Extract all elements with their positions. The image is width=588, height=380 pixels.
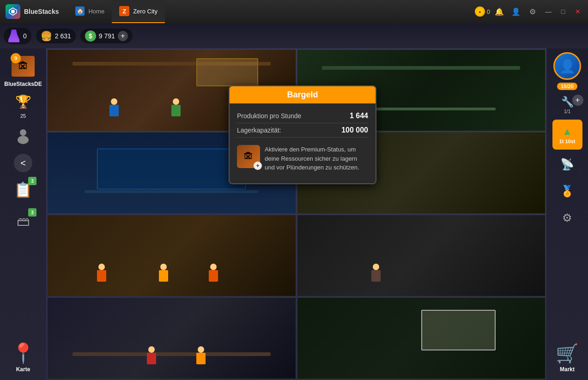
burger-resource: 🍔 2 631	[36, 29, 76, 43]
popup-storage-row: Lagerkapazität: 100 000	[237, 123, 368, 138]
screen-decor	[97, 149, 246, 189]
cart-icon: 🛒	[556, 343, 579, 364]
popup-storage-value: 100 000	[341, 126, 368, 134]
game-rooms: Bargeld Produktion pro Stunde 1 644 Lage…	[46, 48, 546, 380]
box-button[interactable]: 3 🗃	[7, 207, 39, 235]
dollar-resource: $ 9 791 +	[80, 29, 133, 43]
profile-avatar: 👤	[553, 52, 581, 80]
room-5-content	[48, 215, 296, 296]
profile-button[interactable]: 👤	[509, 4, 523, 19]
popup-title: Bargeld	[287, 90, 318, 99]
gear-icon: ⚙	[562, 211, 572, 224]
char-5b	[159, 264, 168, 280]
upgrade-timer-label: 1t 10st	[559, 139, 576, 144]
tab-game-label: Zero City	[133, 8, 158, 15]
gear-button[interactable]: ⚙	[552, 206, 582, 230]
trophy-button[interactable]: 🏆 25	[7, 91, 39, 119]
tab-game[interactable]: Z Zero City	[112, 0, 165, 23]
left-sidebar: 9 🏚 BlueStacksDE 🏆 25 < 3	[0, 48, 46, 380]
settings-button[interactable]: ⚙	[525, 4, 540, 19]
popup-desc-area: 🏚 + Aktiviere den Premium-Status, um dei…	[237, 138, 368, 178]
titlebar-currency: ● 0	[475, 6, 490, 17]
tab-home-label: Home	[88, 8, 104, 15]
antenna-button[interactable]: 📡	[552, 152, 582, 176]
close-button[interactable]: ✕	[571, 5, 584, 18]
game-hud: 0 🍔 2 631 $ 9 791 +	[0, 23, 588, 48]
maximize-button[interactable]: □	[557, 5, 570, 18]
coin-icon: ●	[475, 6, 485, 17]
room-8-content	[297, 298, 546, 379]
dollar-plus-button[interactable]: +	[118, 31, 128, 41]
room-6-content	[297, 215, 546, 296]
table-3	[85, 190, 258, 193]
person-icon	[12, 126, 35, 147]
bargeld-popup[interactable]: Bargeld Produktion pro Stunde 1 644 Lage…	[229, 85, 376, 184]
room-6[interactable]	[297, 215, 546, 296]
popup-production-value: 1 644	[350, 112, 368, 120]
char-5a	[97, 264, 106, 280]
notification-button[interactable]: 🔔	[492, 4, 507, 19]
building-level-badge: 9	[11, 53, 21, 63]
room-7-content	[48, 298, 296, 379]
popup-building-icon: 🏚 +	[237, 145, 260, 168]
game-content: 9 🏚 BlueStacksDE 🏆 25 < 3	[0, 48, 588, 380]
map-icon: 📍	[11, 342, 35, 364]
username-label: BlueStacksDE	[4, 81, 42, 87]
char-1	[109, 98, 119, 115]
char-7	[147, 346, 156, 362]
tablet-button[interactable]: 3 📋	[7, 176, 39, 204]
tablet-badge: 3	[28, 177, 36, 185]
right-sidebar: 👤 10/20 + 🔧 1/1 ▲ 1t 10st 📡 🏅 ⚙ 🛒	[546, 48, 588, 380]
char-2	[171, 98, 181, 115]
bluestacks-brand-label: BlueStacks	[24, 8, 59, 15]
popup-description-text: Aktiviere den Premium-Status, um deine R…	[265, 145, 368, 172]
capacity-badge: 10/20	[557, 83, 577, 90]
whiteboard-decor	[421, 310, 496, 350]
market-button[interactable]: 🛒 Markt	[556, 343, 579, 373]
game-area: 0 🍔 2 631 $ 9 791 + 9 🏚 BlueStacksDE	[0, 23, 588, 380]
table-7	[73, 352, 271, 356]
medal-button[interactable]: 🏅	[552, 179, 582, 203]
minimize-button[interactable]: —	[542, 5, 555, 18]
titlebar-tabs: 🏠 Home Z Zero City	[68, 0, 164, 23]
popup-body: Produktion pro Stunde 1 644 Lagerkapazit…	[230, 103, 376, 183]
burger-icon: 🍔	[41, 30, 52, 42]
room-5[interactable]	[47, 215, 296, 296]
box-icon: 🗃	[17, 214, 30, 229]
upgrade-button[interactable]: ▲ 1t 10st	[552, 120, 582, 150]
map-button[interactable]: 📍 Karte	[11, 342, 35, 373]
titlebar-right: ● 0 🔔 👤 ⚙ — □ ✕	[475, 4, 588, 19]
medal-icon: 🏅	[560, 185, 574, 198]
popup-desc: 🏚 + Aktiviere den Premium-Status, um dei…	[237, 140, 368, 174]
popup-production-row: Produktion pro Stunde 1 644	[237, 109, 368, 123]
scroll-left-button[interactable]: <	[14, 154, 32, 172]
window-decor	[196, 58, 258, 86]
svg-point-2	[20, 129, 26, 136]
flask-resource: 0	[4, 28, 31, 44]
trophy-count: 25	[20, 113, 26, 119]
home-tab-icon: 🏠	[75, 6, 85, 16]
shelf-2	[322, 66, 520, 70]
currency-amount: 0	[487, 8, 490, 15]
upgrade-arrow-icon: ▲	[562, 126, 572, 138]
map-label: Karte	[16, 366, 30, 373]
char-5c	[209, 264, 218, 280]
titlebar: BlueStacks 🏠 Home Z Zero City ● 0 🔔 👤 ⚙ …	[0, 0, 588, 23]
game-tab-icon: Z	[119, 6, 129, 16]
tools-button[interactable]: + 🔧 1/1	[552, 93, 582, 117]
room-8[interactable]	[297, 297, 546, 379]
bluestacks-logo-icon	[6, 4, 20, 19]
person-button[interactable]	[7, 122, 39, 150]
tools-icon: 🔧	[561, 96, 574, 108]
building-button[interactable]: 9 🏚	[7, 52, 39, 80]
trophy-icon: 🏆	[12, 91, 35, 112]
popup-storage-label: Lagerkapazität:	[237, 127, 281, 134]
dollar-icon: $	[85, 30, 96, 42]
char-6	[371, 264, 381, 280]
tools-plus-button[interactable]: +	[572, 95, 583, 106]
room-7[interactable]	[47, 297, 296, 379]
bluestacks-logo-area: BlueStacks	[0, 4, 64, 19]
box-badge: 3	[28, 208, 36, 217]
tab-home[interactable]: 🏠 Home	[68, 0, 112, 23]
popup-production-label: Produktion pro Stunde	[237, 112, 301, 120]
